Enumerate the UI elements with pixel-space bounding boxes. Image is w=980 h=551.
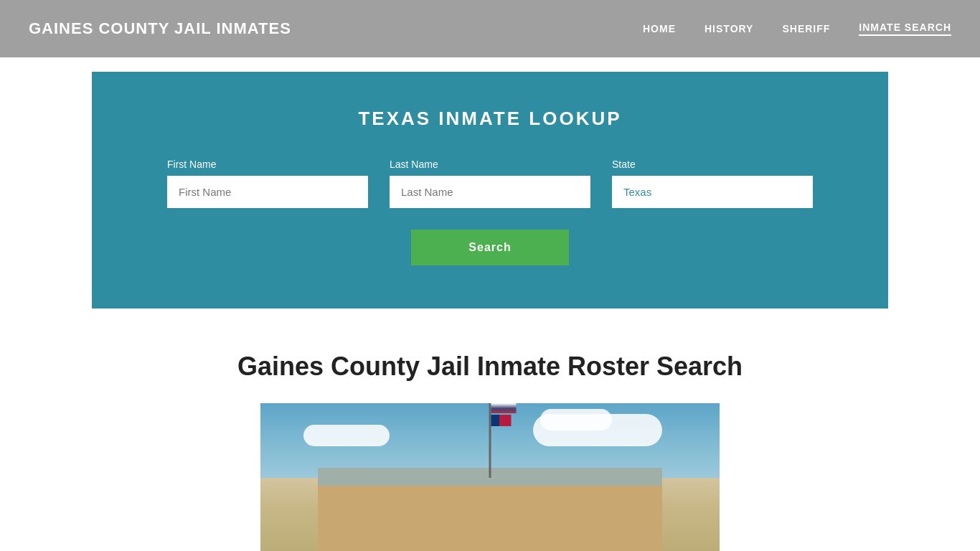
- nav-home[interactable]: HOME: [643, 23, 676, 34]
- state-group: State: [612, 159, 813, 208]
- search-section: TEXAS INMATE LOOKUP First Name Last Name…: [92, 72, 888, 309]
- us-flag: [491, 403, 517, 413]
- lookup-title: TEXAS INMATE LOOKUP: [358, 108, 621, 130]
- nav-history[interactable]: HISTORY: [705, 23, 753, 34]
- nav-inmate-search[interactable]: INMATE SEARCH: [859, 22, 951, 36]
- main-nav: HOME HISTORY SHERIFF INMATE SEARCH: [643, 22, 951, 36]
- state-input[interactable]: [612, 176, 813, 208]
- main-content: Gaines County Jail Inmate Roster Search: [0, 309, 980, 551]
- flag-pole: [489, 403, 491, 478]
- sub-header-strip: [0, 57, 980, 72]
- cloud-2: [540, 409, 612, 430]
- state-label: State: [612, 159, 813, 170]
- search-form-row: First Name Last Name State: [149, 159, 831, 208]
- first-name-label: First Name: [167, 159, 368, 170]
- building-image: [260, 403, 720, 551]
- first-name-input[interactable]: [167, 176, 368, 208]
- site-title: GAINES COUNTY JAIL INMATES: [29, 19, 291, 38]
- last-name-label: Last Name: [390, 159, 590, 170]
- first-name-group: First Name: [167, 159, 368, 208]
- last-name-group: Last Name: [390, 159, 590, 208]
- last-name-input[interactable]: [390, 176, 590, 208]
- nav-sheriff[interactable]: SHERIFF: [782, 23, 830, 34]
- site-header: GAINES COUNTY JAIL INMATES HOME HISTORY …: [0, 0, 980, 57]
- search-button[interactable]: Search: [411, 230, 568, 265]
- building-structure: [318, 468, 662, 551]
- cloud-3: [303, 425, 390, 446]
- texas-flag: [491, 415, 512, 426]
- roster-title: Gaines County Jail Inmate Roster Search: [237, 352, 743, 382]
